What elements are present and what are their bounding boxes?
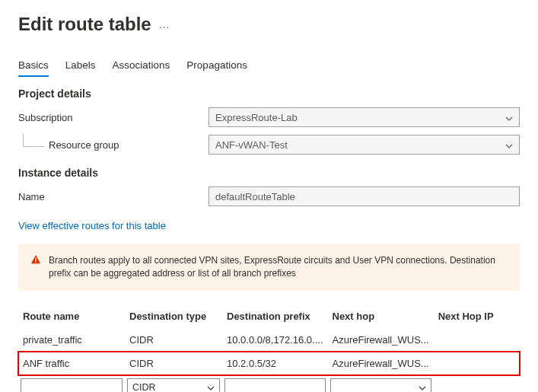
svg-rect-1: [35, 262, 36, 263]
cell-next-hop: AzureFirewall_WUS...: [328, 328, 434, 352]
resource-group-dropdown[interactable]: ANF-vWAN-Test: [209, 135, 520, 155]
chevron-down-icon: [419, 384, 426, 391]
svg-rect-0: [35, 258, 36, 261]
cell-next-hop: AzureFirewall_WUS...: [328, 352, 434, 375]
name-label: Name: [18, 191, 209, 202]
routes-table: Route name Destination type Destination …: [18, 304, 520, 392]
new-next-hop-dropdown[interactable]: [330, 378, 431, 392]
col-next-hop: Next hop: [328, 304, 434, 328]
cell-destination-prefix: 10.0.0.0/8,172.16.0....: [222, 328, 328, 352]
cell-destination-type: CIDR: [125, 328, 222, 352]
more-actions-icon[interactable]: …: [159, 18, 170, 30]
subscription-value: ExpressRoute-Lab: [215, 112, 298, 123]
cell-next-hop-ip: [434, 352, 520, 375]
cell-route-name: private_traffic: [18, 328, 125, 352]
tab-associations[interactable]: Associations: [113, 56, 170, 77]
chevron-down-icon: [505, 141, 513, 148]
new-route-name-input[interactable]: [21, 378, 123, 392]
cell-next-hop-ip: [434, 328, 520, 352]
table-row[interactable]: private_traffic CIDR 10.0.0.0/8,172.16.0…: [18, 328, 520, 352]
cell-destination-prefix: 10.2.0.5/32: [222, 352, 328, 375]
project-details-header: Project details: [18, 88, 520, 100]
col-route-name: Route name: [18, 304, 125, 328]
name-value: defaultRouteTable: [215, 191, 295, 202]
subscription-dropdown[interactable]: ExpressRoute-Lab: [209, 107, 520, 127]
tab-propagations[interactable]: Propagations: [186, 56, 247, 77]
new-dtype-value: CIDR: [132, 382, 156, 392]
instance-details-header: Instance details: [18, 167, 520, 179]
chevron-down-icon: [207, 384, 215, 391]
tab-labels[interactable]: Labels: [65, 56, 96, 77]
subscription-label: Subscription: [18, 112, 209, 123]
tab-basics[interactable]: Basics: [18, 56, 49, 77]
table-new-row: CIDR: [18, 375, 520, 392]
page-title: Edit route table: [18, 14, 151, 35]
new-destination-type-dropdown[interactable]: CIDR: [127, 378, 220, 392]
col-next-hop-ip: Next Hop IP: [434, 304, 520, 328]
warning-banner: Branch routes apply to all connected VPN…: [18, 244, 520, 291]
cell-route-name: ANF traffic: [18, 352, 125, 375]
name-field[interactable]: defaultRouteTable: [209, 186, 520, 206]
tabs: Basics Labels Associations Propagations: [18, 56, 520, 77]
warning-icon: [30, 254, 41, 280]
col-destination-prefix: Destination prefix: [222, 304, 328, 328]
resource-group-label: Resource group: [49, 139, 119, 151]
warning-text: Branch routes apply to all connected VPN…: [49, 254, 508, 280]
chevron-down-icon: [505, 113, 513, 121]
cell-destination-type: CIDR: [125, 352, 222, 375]
resource-group-value: ANF-vWAN-Test: [215, 139, 288, 151]
col-destination-type: Destination type: [125, 304, 222, 328]
view-effective-routes-link[interactable]: View effective routes for this table: [18, 220, 166, 231]
new-destination-prefix-input[interactable]: [224, 378, 326, 392]
table-row[interactable]: ANF traffic CIDR 10.2.0.5/32 AzureFirewa…: [18, 352, 520, 375]
indent-connector: Resource group: [18, 138, 209, 151]
